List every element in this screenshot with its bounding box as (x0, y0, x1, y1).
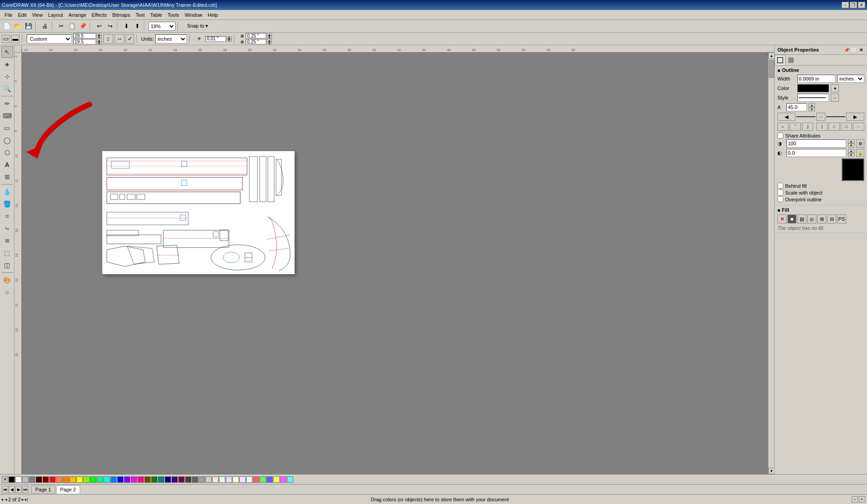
color-cell-8[interactable] (63, 476, 69, 483)
fill-tab[interactable] (786, 55, 796, 66)
page2-tab[interactable]: Page 2 (56, 485, 80, 494)
texture-fill-button[interactable]: ⊟ (827, 214, 836, 223)
opacity-edit-button[interactable]: ⚙ (856, 139, 864, 147)
close-button[interactable]: ✕ (858, 2, 865, 8)
menu-item-file[interactable]: File (2, 11, 15, 19)
shape-tool-button[interactable]: ◈ (1, 58, 13, 70)
solid-fill-button[interactable]: ■ (787, 214, 796, 223)
smart-drawing-button[interactable]: ⌗ (1, 210, 13, 222)
last-page-button[interactable]: ⏭ (22, 486, 29, 493)
color-eyedropper-button[interactable]: 🎨 (1, 274, 13, 286)
units-select[interactable]: inchesmmcm (155, 34, 187, 43)
menu-item-window[interactable]: Window (182, 11, 205, 19)
transparency-tool-button[interactable]: ◫ (1, 259, 13, 271)
color-cell-5[interactable] (43, 476, 49, 483)
import-button[interactable]: ⬇ (121, 21, 131, 31)
restore-button[interactable]: ❐ (850, 2, 857, 8)
table-tool-button[interactable]: ⊞ (1, 171, 13, 183)
behind-fill-checkbox[interactable] (777, 183, 783, 189)
menu-item-effects[interactable]: Effects (89, 11, 110, 19)
color-cell-34[interactable] (239, 476, 246, 483)
color-cell-37[interactable] (260, 476, 266, 483)
open-button[interactable]: 📂 (13, 21, 23, 31)
paste-button[interactable]: 📌 (78, 21, 88, 31)
page-landscape-button[interactable]: ▬ (11, 35, 19, 43)
color-cell-14[interactable] (104, 476, 110, 483)
ellipse-tool-button[interactable]: ◯ (1, 134, 13, 146)
zoom-tool-button[interactable]: 🔍 (1, 83, 13, 95)
panel-float-button[interactable]: ⬜ (851, 47, 857, 53)
linear-gradient-button[interactable]: ▤ (797, 214, 806, 223)
arrow-right-button[interactable]: ▶ (846, 113, 864, 121)
join-round-button[interactable]: ⌒ (790, 123, 801, 131)
cap-round-button[interactable]: ○ (829, 123, 840, 131)
width-down-button[interactable]: ▼ (96, 36, 102, 38)
arrow-dots-button[interactable]: ··· (816, 113, 825, 121)
color-cell-16[interactable] (117, 476, 124, 483)
panel-pin-button[interactable]: 📌 (843, 47, 850, 53)
color-cell-30[interactable] (212, 476, 219, 483)
pattern-fill-button[interactable]: ⊞ (817, 214, 826, 223)
outline-width-input[interactable] (797, 75, 835, 83)
color-cell-27[interactable] (192, 476, 198, 483)
page-height-input[interactable] (73, 39, 96, 44)
color-cell-25[interactable] (178, 476, 185, 483)
outline-angle-input[interactable] (786, 103, 807, 111)
color-cell-32[interactable] (226, 476, 232, 483)
print-button[interactable]: 🖨 (40, 21, 50, 31)
menu-item-view[interactable]: View (29, 11, 46, 19)
opacity2-down-button[interactable]: ▼ (848, 153, 854, 157)
color-cell-33[interactable] (233, 476, 239, 483)
undo-button[interactable]: ↩ (94, 21, 104, 31)
opacity-input[interactable] (786, 139, 846, 147)
nudge-down-button[interactable]: ▼ (226, 39, 232, 42)
eyedropper-tool-button[interactable]: 💧 (1, 186, 13, 198)
angle-down-button[interactable]: ▼ (809, 107, 815, 111)
connector-tool-button[interactable]: ⤷ (1, 223, 13, 234)
outline-style-preview[interactable] (797, 94, 829, 102)
crop-tool-button[interactable]: ⊹ (1, 71, 13, 82)
status-zoom-out-button[interactable]: − (852, 496, 858, 503)
color-cell-35[interactable] (246, 476, 252, 483)
color-cell-28[interactable] (199, 476, 205, 483)
select-tool-button[interactable]: ↖ (1, 46, 13, 58)
outline-color-swatch[interactable] (797, 84, 829, 92)
join-bevel-button[interactable]: ⌋ (802, 123, 813, 131)
status-arrow-left[interactable]: ▸ (2, 497, 4, 502)
save-button[interactable]: 💾 (24, 21, 33, 31)
color-cell-19[interactable] (138, 476, 144, 483)
color-cell-11[interactable] (83, 476, 90, 483)
menu-item-help[interactable]: Help (205, 11, 221, 19)
zoom-select[interactable]: 19%25%50%75%100% (148, 22, 176, 31)
panel-close-button[interactable]: ✕ (858, 47, 864, 53)
canvas-area[interactable]: 12 14 16 18 20 22 24 26 28 30 32 34 36 3… (14, 45, 774, 474)
next-page-button[interactable]: ▶ (15, 486, 22, 493)
color-cell-40[interactable] (280, 476, 286, 483)
scroll-up-button[interactable]: ▲ (768, 52, 774, 59)
outline-width-units-select[interactable]: inchesmm (837, 75, 864, 83)
color-cell-26[interactable] (185, 476, 191, 483)
more-options-button[interactable]: ··· (853, 123, 864, 131)
outline-color-dropdown-button[interactable]: ▾ (831, 84, 839, 92)
first-page-button[interactable]: ⏮ (2, 486, 8, 493)
page-width-input[interactable] (73, 33, 96, 38)
color-cell-18[interactable] (131, 476, 137, 483)
opacity2-up-button[interactable]: ▲ (848, 149, 854, 153)
interactive-fill-button[interactable]: 🪣 (1, 198, 13, 210)
opacity2-lock-button[interactable]: 🔒 (856, 149, 864, 157)
extrude-tool-button[interactable]: ⬚ (1, 247, 13, 259)
opacity2-input[interactable] (786, 149, 846, 157)
postscript-fill-button[interactable]: PS (837, 214, 846, 223)
color-cell-6[interactable] (49, 476, 56, 483)
menu-item-table[interactable]: Table (148, 11, 165, 19)
no-fill-button[interactable]: ✕ (777, 214, 786, 223)
color-cell-0[interactable] (9, 476, 15, 483)
scale-with-obj-checkbox[interactable] (777, 190, 783, 195)
color-cell-22[interactable] (158, 476, 164, 483)
color-preview-swatch[interactable] (842, 158, 864, 181)
orient-portrait-button[interactable]: ↕ (103, 34, 113, 44)
color-cell-36[interactable] (253, 476, 259, 483)
status-page-last[interactable]: ▸| (25, 497, 28, 502)
color-cell-7[interactable] (56, 476, 62, 483)
angle-up-button[interactable]: ▲ (809, 103, 815, 107)
